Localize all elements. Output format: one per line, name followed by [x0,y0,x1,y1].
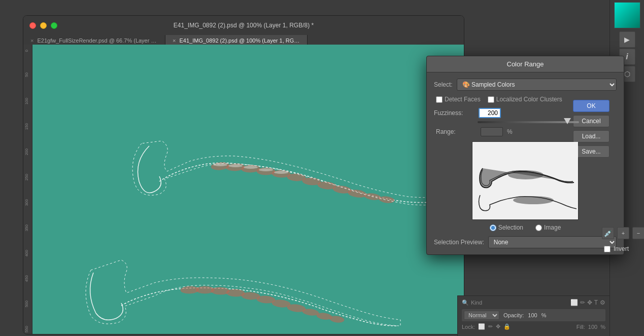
dialog-buttons: OK Cancel Load... Save... [573,100,609,158]
image-label: Image [544,224,561,231]
detect-faces-label: Detect Faces [445,96,481,103]
selection-radio-item: Selection [490,224,523,231]
selection-label: Selection [498,224,523,231]
fill-label: Fill: [577,324,585,330]
opacity-pct: % [541,312,547,318]
svg-point-27 [329,315,344,323]
fuzziness-label: Fuzziness: [434,109,474,117]
svg-point-9 [348,189,366,198]
ruler-vertical: 0 50 100 150 200 250 300 350 400 450 500… [23,45,32,334]
lock-row: Lock: ⬜ ✏ ✥ 🔒 Fill: 100 % [462,323,605,330]
info-icon: i [626,52,628,61]
preview-container [472,141,579,220]
image-radio-item: Image [535,224,561,231]
sel-preview-dropdown[interactable]: None Grayscale Black Matte White Matte Q… [488,236,617,248]
load-button[interactable]: Load... [573,130,609,142]
fill-value: 100 [588,324,597,330]
layers-header: 🔍 Kind ⬜ ✏ ✥ T ⚙ [462,299,605,306]
opacity-label: Opacity: [503,312,524,318]
kind-label: Kind [471,300,482,306]
localized-clusters-item: Localized Color Clusters [488,96,562,103]
selection-radio[interactable] [490,225,496,231]
ok-button[interactable]: OK [573,100,609,112]
fill-pct: % [600,324,605,330]
selection-preview-row: Selection Preview: None Grayscale Black … [434,236,617,248]
svg-point-30 [513,196,554,204]
blend-mode-dropdown[interactable]: Normal [464,311,499,320]
play-button[interactable]: ▶ [619,31,635,48]
filter-icon-1[interactable]: ⬜ [570,299,578,306]
range-input[interactable] [481,127,503,136]
opacity-value: 100 [528,312,537,318]
title-bar: E41_IMG_0892 (2).psd @ 100% (Layer 1, RG… [23,16,464,35]
select-row: Select: 🎨 Sampled Colors [434,79,617,91]
color-swatch-fg[interactable] [614,2,640,28]
canvas-artwork [32,45,464,334]
layers-filter-icons: ⬜ ✏ ✥ T ⚙ [570,299,605,306]
tab-label-1: E41_IMG_0892 (2).psd @ 100% (Layer 1, RG… [180,38,308,44]
filter-icon-2[interactable]: ✏ [580,299,585,306]
lock-icon-3[interactable]: ✥ [496,323,500,330]
close-button[interactable] [29,22,36,29]
canvas-background [32,45,464,334]
filter-icon-4[interactable]: T [594,299,598,306]
svg-point-15 [259,168,273,171]
fuzziness-slider-thumb[interactable] [564,118,571,124]
detect-faces-item: Detect Faces [436,96,481,103]
invert-checkbox[interactable] [604,246,611,252]
svg-point-13 [228,164,243,167]
localized-clusters-checkbox[interactable] [488,96,494,103]
lock-label: Lock: [462,324,475,330]
color-range-dialog: Color Range OK Cancel Load... Save... Se… [426,56,624,255]
tab-close-icon-1[interactable]: × [173,38,176,44]
sel-preview-label: Selection Preview: [434,239,484,246]
pct-label: % [507,128,513,135]
lock-icon-2[interactable]: ✏ [488,323,493,330]
eyedropper-subtract-icon: − [637,230,640,236]
save-button[interactable]: Save... [573,145,609,158]
localized-clusters-label: Localized Color Clusters [496,96,562,103]
layers-panel: 🔍 Kind ⬜ ✏ ✥ T ⚙ Normal Opacity: 100 % L… [457,295,609,336]
dialog-title: Color Range [427,56,624,72]
svg-point-12 [213,163,227,166]
detect-faces-checkbox[interactable] [436,96,443,103]
layer-row-1: Normal Opacity: 100 % [462,309,605,321]
minimize-button[interactable] [40,22,47,29]
play-icon: ▶ [624,35,630,44]
lock-icon-1[interactable]: ⬜ [478,323,485,330]
eyedropper-tools: 💉 + − [602,227,644,239]
fuzziness-slider-track[interactable] [478,121,579,123]
tab-label-0: E21gfw_FullSizeRender.psd @ 66.7% (Layer… [38,38,166,44]
tab-close-icon-0[interactable]: × [30,38,33,44]
image-radio[interactable] [535,225,542,231]
eyedropper-subtract-button[interactable]: − [632,227,644,239]
preview-image [472,142,578,219]
select-label: Select: [434,81,453,88]
eyedropper-button[interactable]: 💉 [602,227,614,239]
range-label: Range: [436,128,477,135]
eyedropper-add-icon: + [622,230,625,236]
lock-icon-4[interactable]: 🔒 [503,323,511,330]
layers-search: 🔍 Kind [462,300,566,306]
dialog-body: OK Cancel Load... Save... Select: 🎨 Samp… [427,72,624,254]
svg-point-11 [379,196,394,204]
svg-point-14 [244,166,258,169]
canvas-area[interactable] [32,45,464,334]
filter-icon-3[interactable]: ✥ [587,299,592,306]
radio-row: Selection Image [434,224,617,231]
maximize-button[interactable] [51,22,57,29]
main-window: E41_IMG_0892 (2).psd @ 100% (Layer 1, RG… [23,15,464,334]
filter-icon-5[interactable]: ⚙ [600,299,605,306]
svg-point-29 [508,170,544,179]
preview-artwork [472,142,579,220]
cursor-icon: ⬡ [624,70,630,78]
eyedropper-icon: 💉 [604,230,612,237]
search-icon: 🔍 [462,300,469,306]
invert-row: Invert [604,245,629,252]
svg-point-25 [302,308,319,316]
eyedropper-add-button[interactable]: + [617,227,629,239]
invert-label: Invert [614,245,629,252]
window-title: E41_IMG_0892 (2).psd @ 100% (Layer 1, RG… [174,22,314,29]
fuzziness-input[interactable]: 200 [479,108,501,118]
select-dropdown[interactable]: 🎨 Sampled Colors [457,79,617,91]
